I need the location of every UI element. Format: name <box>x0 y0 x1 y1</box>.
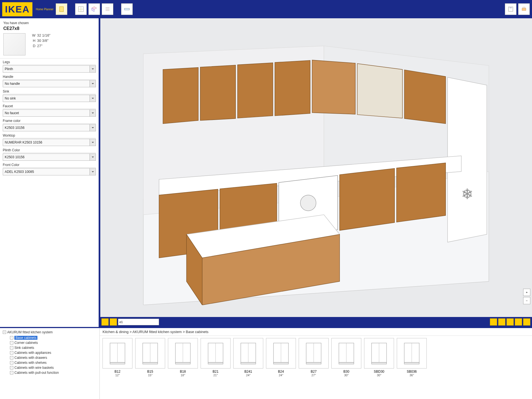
catalog-item[interactable]: B24124" <box>233 338 263 377</box>
catalog-item[interactable]: SB03636" <box>397 338 427 377</box>
ruler-icon <box>124 6 130 12</box>
chevron-down-icon[interactable] <box>89 80 96 87</box>
catalog-item-dim: 24" <box>233 374 263 377</box>
rotate-left-button[interactable] <box>490 318 497 326</box>
svg-rect-47 <box>208 362 223 364</box>
property-select[interactable]: K2503 10156 <box>3 154 96 161</box>
breadcrumb[interactable]: Kitchen & dining > AKURUM fitted kitchen… <box>100 328 532 336</box>
catalog-thumbnail <box>364 338 394 369</box>
tree-item[interactable]: ·Cabinets with shelves <box>10 360 97 365</box>
tree-item-label: Cabinets with pull-out function <box>14 371 59 375</box>
chosen-thumbnail <box>3 33 25 55</box>
tree-item[interactable]: ·Cabinets with wire baskets <box>10 365 97 370</box>
catalog-item-name: SBD30 <box>364 370 394 374</box>
nav-prev-button[interactable] <box>101 318 109 326</box>
catalog-item[interactable]: B3030" <box>331 338 361 377</box>
save-button[interactable] <box>505 3 516 15</box>
save-icon <box>507 6 514 12</box>
catalog-item[interactable]: B2727" <box>299 338 329 377</box>
property-select[interactable]: Plinth <box>3 65 96 73</box>
catalog-item-dim: 27" <box>299 374 329 377</box>
tree-item[interactable]: ·Cabinets with drawers <box>10 355 97 360</box>
level-input[interactable] <box>118 319 159 325</box>
tree-item-label: Base cabinets <box>14 336 37 340</box>
print-button[interactable] <box>518 3 530 15</box>
catalog-item-dim: 36" <box>397 374 427 377</box>
chevron-down-icon[interactable] <box>89 66 96 72</box>
tree-bullet-icon: · <box>10 361 13 364</box>
catalog-item-name: B21 <box>201 370 231 374</box>
chevron-down-icon[interactable] <box>89 110 96 116</box>
property-select[interactable]: No sink <box>3 95 96 102</box>
svg-marker-19 <box>238 63 273 118</box>
zoom-out-button[interactable]: − <box>523 297 530 304</box>
dim-d-value: 27" <box>37 44 42 48</box>
catalog-tree[interactable]: − AKURUM fitted kitchen system ·Base cab… <box>0 328 100 399</box>
property-select[interactable]: K2503 10156 <box>3 124 96 131</box>
rotate-right-button[interactable] <box>498 318 505 326</box>
property-label: Worktop <box>3 134 96 138</box>
chevron-down-icon[interactable] <box>89 95 96 102</box>
tree-root[interactable]: − AKURUM fitted kitchen system <box>3 330 97 334</box>
viewport-3d[interactable]: ❄ <box>100 18 532 317</box>
catalog-item[interactable]: B1515" <box>135 338 165 377</box>
catalog-item[interactable]: SBD3030" <box>364 338 394 377</box>
property-select[interactable]: No faucet <box>3 109 96 117</box>
new-plan-button[interactable] <box>56 3 67 15</box>
svg-marker-21 <box>312 60 355 114</box>
property-select[interactable]: NUMERAR K2503 10156 <box>3 139 96 146</box>
tree-toggle-icon[interactable]: − <box>3 331 6 334</box>
grid-icon <box>78 6 84 12</box>
property-6: Plinth ColorK2503 10156 <box>3 148 96 161</box>
cabinet-icon <box>271 341 291 366</box>
tree-item-label: Sink cabinets <box>14 346 34 350</box>
measure-button[interactable] <box>121 3 133 15</box>
property-value: No handle <box>3 82 89 86</box>
tree-bullet-icon: · <box>10 356 13 359</box>
catalog-item-dim: 15" <box>135 374 165 377</box>
catalog-item[interactable]: B1818" <box>168 338 198 377</box>
cabinet-icon <box>239 341 258 366</box>
property-select[interactable]: ADEL K2503 10085 <box>3 168 96 175</box>
tree-item[interactable]: ·Cabinets with pull-out function <box>10 370 97 375</box>
svg-rect-38 <box>110 362 125 364</box>
pan-button[interactable] <box>507 318 514 326</box>
chevron-down-icon[interactable] <box>89 124 96 131</box>
property-3: FaucetNo faucet <box>3 104 96 117</box>
catalog-item-dim: 18" <box>168 374 198 377</box>
left-panel: You have chosen CE27x8 W32 1/16" H30 3/8… <box>0 18 100 327</box>
dim-d-label: D <box>29 44 35 48</box>
tree-item[interactable]: ·Base cabinets <box>10 335 97 340</box>
header-bar: IKEA Home Planner <box>0 0 532 18</box>
svg-marker-22 <box>357 64 403 118</box>
property-select[interactable]: No handle <box>3 80 96 87</box>
catalog-thumbnail <box>103 338 132 369</box>
print-icon <box>521 6 527 12</box>
chevron-down-icon[interactable] <box>89 139 96 146</box>
tree-item[interactable]: ·Corner cabinets <box>10 340 97 345</box>
property-value: No sink <box>3 96 89 100</box>
property-2: SinkNo sink <box>3 89 96 102</box>
zoom-in-button[interactable]: + <box>523 289 530 296</box>
tree-item[interactable]: ·Cabinets with appliances <box>10 350 97 355</box>
view-2d-button[interactable] <box>75 3 87 15</box>
tree-item[interactable]: ·Sink cabinets <box>10 345 97 350</box>
tree-item-label: Cabinets with shelves <box>14 361 47 365</box>
cabinet-icon <box>304 341 323 366</box>
view-3d-button[interactable] <box>88 3 100 15</box>
catalog-item[interactable]: B2424" <box>266 338 296 377</box>
reset-view-button[interactable] <box>523 318 530 326</box>
main-area: You have chosen CE27x8 W32 1/16" H30 3/8… <box>0 18 532 327</box>
chosen-dimensions: W32 1/16" H30 3/8" D27" <box>29 33 50 55</box>
catalog-item[interactable]: B1212" <box>103 338 132 377</box>
orbit-button[interactable] <box>515 318 522 326</box>
chevron-down-icon[interactable] <box>89 168 96 175</box>
nav-next-button[interactable] <box>110 318 117 326</box>
view-mode-group <box>75 3 113 15</box>
view-list-button[interactable] <box>102 3 113 15</box>
catalog-strip[interactable]: B1212"B1515"B1818"B2121"B24124"B2424"B27… <box>100 336 532 399</box>
chevron-down-icon[interactable] <box>89 154 96 160</box>
list-icon <box>104 6 111 12</box>
tree-root-label: AKURUM fitted kitchen system <box>7 330 53 334</box>
catalog-item[interactable]: B2121" <box>201 338 231 377</box>
